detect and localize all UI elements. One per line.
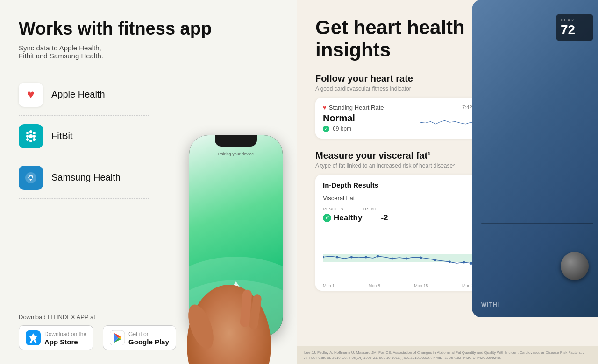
svg-point-9 bbox=[29, 176, 32, 179]
chart-x-mon1: Mon 1 bbox=[323, 283, 335, 288]
heart-icon: ♥ bbox=[323, 104, 327, 111]
googleplay-text: Get it on Google Play bbox=[128, 329, 169, 346]
svg-point-33 bbox=[463, 261, 465, 263]
heart-card-title: ♥ Standing Heart Rate bbox=[323, 104, 384, 111]
svg-point-7 bbox=[29, 140, 32, 142]
svg-point-24 bbox=[336, 256, 338, 258]
appstore-icon bbox=[26, 330, 41, 345]
heart-card-status: Normal bbox=[323, 113, 355, 124]
results-col-label: RESULTS bbox=[323, 207, 343, 211]
svg-point-25 bbox=[350, 256, 353, 258]
citation-text: Lee JJ, Pedley A, Hoffmann U, Massaro JM… bbox=[304, 350, 585, 360]
scale-label: HEAR bbox=[561, 18, 589, 22]
google-play-button[interactable]: Get it on Google Play bbox=[103, 325, 176, 350]
visceral-inner-title: Visceral Fat ? bbox=[323, 194, 485, 203]
visceral-values: ✓ Healthy -2 bbox=[323, 213, 485, 223]
scale-knob bbox=[561, 252, 589, 280]
visceral-fat-label: Visceral Fat bbox=[323, 195, 355, 202]
svg-point-27 bbox=[377, 255, 379, 257]
apple-health-label: Apple Health bbox=[51, 89, 105, 100]
app-item-apple: ♥ Apple Health bbox=[19, 74, 150, 116]
samsung-health-label: Samsung Health bbox=[51, 172, 121, 183]
visceral-card: In-Depth Results Visceral Fat ? RESULTS … bbox=[315, 175, 493, 291]
trend-col-label: TREND bbox=[362, 207, 378, 211]
visceral-line-chart bbox=[323, 228, 485, 280]
svg-point-0 bbox=[26, 132, 29, 134]
svg-point-4 bbox=[29, 134, 33, 138]
apple-health-icon: ♥ bbox=[19, 83, 43, 107]
chart-x-mon15: Mon 15 bbox=[414, 283, 428, 288]
svg-point-2 bbox=[33, 132, 36, 134]
svg-point-28 bbox=[391, 257, 393, 259]
scale-value: 72 bbox=[561, 22, 589, 37]
svg-point-31 bbox=[434, 259, 436, 261]
svg-point-29 bbox=[406, 257, 408, 259]
app-item-samsung: Samsung Health bbox=[19, 157, 150, 199]
scale-display: HEAR 72 bbox=[556, 14, 593, 41]
svg-point-1 bbox=[29, 130, 32, 133]
left-panel: Works with fitness app Sync data to Appl… bbox=[0, 0, 297, 364]
svg-point-5 bbox=[33, 135, 36, 138]
visceral-column-labels: RESULTS TREND bbox=[323, 207, 485, 211]
app-store-button[interactable]: Download on the App Store bbox=[19, 325, 93, 350]
svg-point-26 bbox=[365, 256, 367, 258]
visceral-chart-area: 12 6 5 1 bbox=[323, 228, 485, 284]
citation-bar: Lee JJ, Pedley A, Hoffmann U, Massaro JM… bbox=[297, 346, 598, 364]
heart-card-bpm: ✓ 69 bpm bbox=[323, 126, 355, 132]
svg-point-6 bbox=[26, 138, 29, 141]
right-panel: Get heart healthinsights Follow your hea… bbox=[297, 0, 598, 364]
healthy-check-icon: ✓ bbox=[323, 214, 331, 222]
phone-notch bbox=[215, 135, 257, 147]
app-item-fitbit: FitBit bbox=[19, 116, 150, 157]
visceral-card-title: In-Depth Results bbox=[323, 181, 485, 189]
googleplay-icon bbox=[110, 330, 125, 345]
fitbit-label: FitBit bbox=[51, 131, 73, 141]
phone-mockup: Pairing your device ES-26H-KVII bbox=[185, 121, 287, 364]
appstore-text: Download on the App Store bbox=[44, 329, 86, 346]
left-title: Works with fitness app bbox=[19, 19, 278, 39]
scale-device: HEAR 72 WITHI bbox=[472, 0, 598, 317]
phone-header-text: Pairing your device bbox=[218, 152, 254, 156]
scale-brand: WITHI bbox=[481, 301, 499, 308]
samsung-health-icon bbox=[19, 166, 43, 190]
svg-point-3 bbox=[26, 135, 29, 138]
app-list: ♥ Apple Health FitBit bbox=[19, 74, 150, 199]
svg-point-32 bbox=[448, 260, 451, 263]
bpm-check-icon: ✓ bbox=[323, 126, 329, 132]
left-subtitle: Sync data to Apple Health,Fitbit and Sam… bbox=[19, 44, 278, 60]
chart-x-mon8: Mon 8 bbox=[369, 283, 380, 288]
heart-rate-card: ♥ Standing Heart Rate 7:42 AM > Normal ✓… bbox=[315, 98, 493, 139]
chart-x-labels: Mon 1 Mon 8 Mon 15 Mon 22 bbox=[323, 283, 485, 288]
svg-point-8 bbox=[33, 138, 36, 141]
result-value: ✓ Healthy bbox=[323, 213, 362, 223]
trend-value: -2 bbox=[381, 213, 388, 223]
fitbit-icon bbox=[19, 124, 43, 148]
svg-point-30 bbox=[420, 256, 422, 259]
heart-card-header: ♥ Standing Heart Rate 7:42 AM > bbox=[323, 104, 485, 111]
